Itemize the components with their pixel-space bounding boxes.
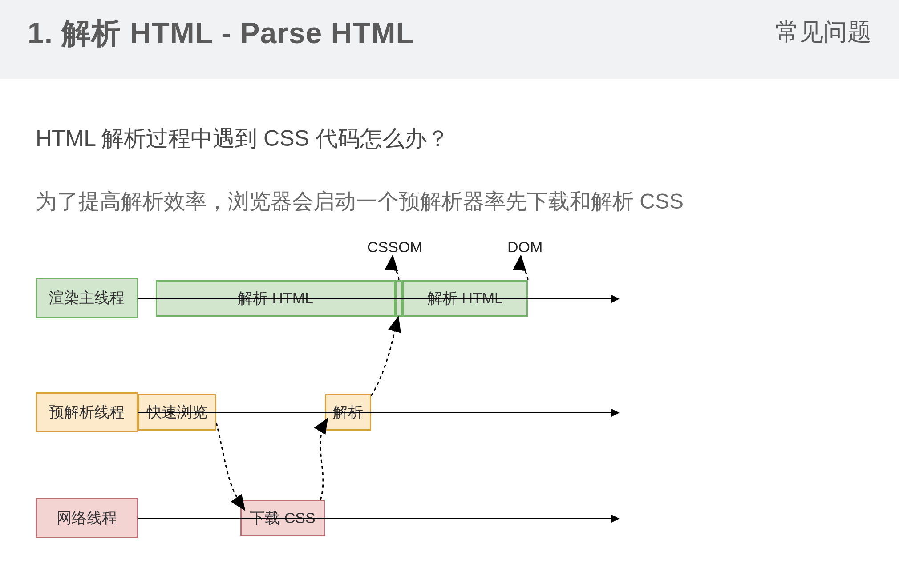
header: 1. 解析 HTML - Parse HTML 常见问题 xyxy=(0,0,899,79)
timeline-render xyxy=(138,298,619,299)
lane-network-label: 网络线程 xyxy=(36,498,138,538)
lane-render-label: 渲染主线程 xyxy=(36,278,138,318)
timeline-network xyxy=(138,518,619,519)
diagram: CSSOM DOM 渲染主线程 解析 HTML 解析 HTML 预解析线程 快速… xyxy=(36,236,659,556)
faq-label: 常见问题 xyxy=(775,16,871,48)
slide-title: 1. 解析 HTML - Parse HTML xyxy=(28,13,414,53)
output-cssom: CSSOM xyxy=(367,238,423,256)
timeline-preparse xyxy=(138,412,619,413)
question-text: HTML 解析过程中遇到 CSS 代码怎么办？ xyxy=(36,124,863,153)
body: HTML 解析过程中遇到 CSS 代码怎么办？ 为了提高解析效率，浏览器会启动一… xyxy=(0,124,899,216)
slide: 1. 解析 HTML - Parse HTML 常见问题 HTML 解析过程中遇… xyxy=(0,0,899,588)
output-dom: DOM xyxy=(507,238,543,256)
lane-preparse-label: 预解析线程 xyxy=(36,392,138,432)
answer-text: 为了提高解析效率，浏览器会启动一个预解析器率先下载和解析 CSS xyxy=(36,187,863,216)
